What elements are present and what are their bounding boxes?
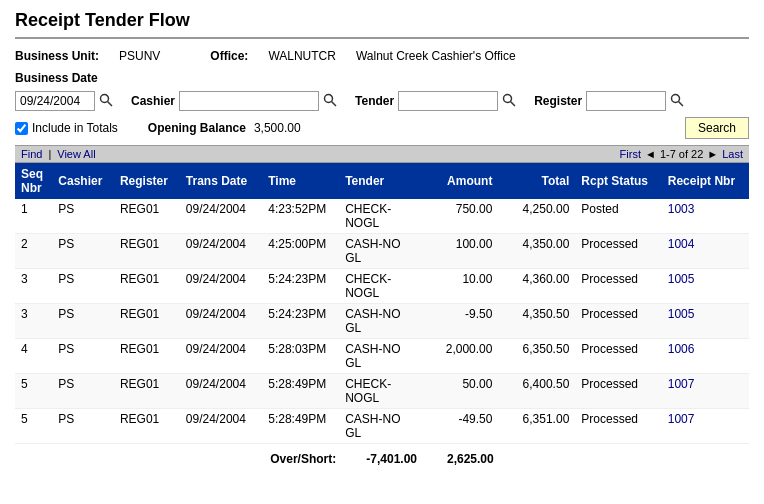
cell-trans-date: 09/24/2004 — [180, 409, 262, 444]
footer-row: Over/Short: -7,401.00 2,625.00 — [15, 444, 749, 474]
cell-seq: 4 — [15, 339, 52, 374]
cell-receipt-nbr[interactable]: 1007 — [662, 409, 749, 444]
business-date-input[interactable] — [15, 91, 95, 111]
cell-seq: 1 — [15, 199, 52, 234]
cell-register: REG01 — [114, 304, 180, 339]
cell-tender: CASH-NO GL — [339, 339, 421, 374]
include-in-totals-checkbox[interactable] — [15, 122, 28, 135]
find-link[interactable]: Find — [21, 148, 42, 160]
cell-time: 5:28:03PM — [262, 339, 339, 374]
table-row: 5 PS REG01 09/24/2004 5:28:49PM CHECK-NO… — [15, 374, 749, 409]
cell-seq: 3 — [15, 304, 52, 339]
over-short-label: Over/Short: — [270, 452, 336, 466]
tender-label: Tender — [355, 94, 394, 108]
register-input[interactable] — [586, 91, 666, 111]
cell-register: REG01 — [114, 374, 180, 409]
cell-cashier: PS — [52, 339, 114, 374]
cell-seq: 2 — [15, 234, 52, 269]
business-date-field-group — [15, 91, 115, 111]
nav-arrow-right[interactable]: ► — [707, 148, 718, 160]
col-tender: Tender — [339, 163, 421, 199]
cell-tender: CHECK-NOGL — [339, 199, 421, 234]
nav-pager: First ◄ 1-7 of 22 ► Last — [620, 148, 743, 160]
receipt-link[interactable]: 1005 — [668, 307, 695, 321]
cell-trans-date: 09/24/2004 — [180, 374, 262, 409]
page-wrapper: Receipt Tender Flow Business Unit: PSUNV… — [0, 0, 764, 484]
table-row: 4 PS REG01 09/24/2004 5:28:03PM CASH-NO … — [15, 339, 749, 374]
info-row: Business Unit: PSUNV Office: WALNUTCR Wa… — [15, 49, 749, 63]
cell-amount: 750.00 — [422, 199, 499, 234]
cell-receipt-nbr[interactable]: 1005 — [662, 304, 749, 339]
cell-total: 6,400.50 — [498, 374, 575, 409]
receipt-link[interactable]: 1007 — [668, 377, 695, 391]
table-row: 2 PS REG01 09/24/2004 4:25:00PM CASH-NO … — [15, 234, 749, 269]
cashier-field-group: Cashier — [131, 91, 339, 111]
cell-receipt-nbr[interactable]: 1004 — [662, 234, 749, 269]
cell-status: Processed — [575, 269, 661, 304]
cell-trans-date: 09/24/2004 — [180, 304, 262, 339]
include-in-totals-label: Include in Totals — [32, 121, 118, 135]
opening-balance-label: Opening Balance — [148, 121, 246, 135]
office-name: Walnut Creek Cashier's Office — [356, 49, 516, 63]
data-table: SeqNbr Cashier Register Trans Date Time … — [15, 163, 749, 444]
cell-receipt-nbr[interactable]: 1007 — [662, 374, 749, 409]
business-unit-value: PSUNV — [119, 49, 160, 63]
view-all-link[interactable]: View All — [57, 148, 95, 160]
col-total: Total — [498, 163, 575, 199]
tender-input[interactable] — [398, 91, 498, 111]
cell-tender: CASH-NO GL — [339, 304, 421, 339]
opening-balance-group: Opening Balance 3,500.00 — [148, 121, 301, 135]
table-row: 5 PS REG01 09/24/2004 5:28:49PM CASH-NO … — [15, 409, 749, 444]
cell-tender: CHECK-NOGL — [339, 374, 421, 409]
receipt-link[interactable]: 1003 — [668, 202, 695, 216]
cell-amount: 2,000.00 — [422, 339, 499, 374]
options-row: Include in Totals Opening Balance 3,500.… — [15, 121, 301, 135]
register-search-icon[interactable] — [670, 93, 686, 109]
cell-receipt-nbr[interactable]: 1003 — [662, 199, 749, 234]
receipt-link[interactable]: 1007 — [668, 412, 695, 426]
cell-status: Processed — [575, 339, 661, 374]
cell-status: Processed — [575, 374, 661, 409]
tender-search-icon[interactable] — [502, 93, 518, 109]
receipt-link[interactable]: 1005 — [668, 272, 695, 286]
cell-cashier: PS — [52, 234, 114, 269]
svg-point-2 — [325, 95, 333, 103]
cashier-search-icon[interactable] — [323, 93, 339, 109]
business-date-group: Business Date — [15, 71, 102, 85]
nav-bar: Find | View All First ◄ 1-7 of 22 ► Last — [15, 145, 749, 163]
cell-time: 4:23:52PM — [262, 199, 339, 234]
cell-trans-date: 09/24/2004 — [180, 199, 262, 234]
business-unit-label: Business Unit: — [15, 49, 99, 63]
cell-cashier: PS — [52, 409, 114, 444]
receipt-link[interactable]: 1006 — [668, 342, 695, 356]
cashier-input[interactable] — [179, 91, 319, 111]
cell-cashier: PS — [52, 269, 114, 304]
search-button[interactable]: Search — [685, 117, 749, 139]
col-trans-date: Trans Date — [180, 163, 262, 199]
cell-tender: CASH-NO GL — [339, 234, 421, 269]
cell-receipt-nbr[interactable]: 1005 — [662, 269, 749, 304]
cell-amount: -49.50 — [422, 409, 499, 444]
last-link[interactable]: Last — [722, 148, 743, 160]
cell-register: REG01 — [114, 339, 180, 374]
cell-total: 6,350.50 — [498, 339, 575, 374]
col-register: Register — [114, 163, 180, 199]
nav-arrow-left[interactable]: ◄ — [645, 148, 656, 160]
business-date-search-icon[interactable] — [99, 93, 115, 109]
over-short-value: -7,401.00 — [366, 452, 417, 466]
cell-status: Processed — [575, 304, 661, 339]
receipt-link[interactable]: 1004 — [668, 237, 695, 251]
tender-field-group: Tender — [355, 91, 518, 111]
svg-point-4 — [504, 95, 512, 103]
cell-total: 4,360.00 — [498, 269, 575, 304]
table-header-row: SeqNbr Cashier Register Trans Date Time … — [15, 163, 749, 199]
cell-total: 4,350.00 — [498, 234, 575, 269]
svg-line-5 — [511, 102, 516, 107]
cell-receipt-nbr[interactable]: 1006 — [662, 339, 749, 374]
cell-register: REG01 — [114, 234, 180, 269]
cell-amount: 100.00 — [422, 234, 499, 269]
cell-seq: 5 — [15, 409, 52, 444]
cell-register: REG01 — [114, 199, 180, 234]
first-link[interactable]: First — [620, 148, 641, 160]
page-title: Receipt Tender Flow — [15, 10, 749, 39]
